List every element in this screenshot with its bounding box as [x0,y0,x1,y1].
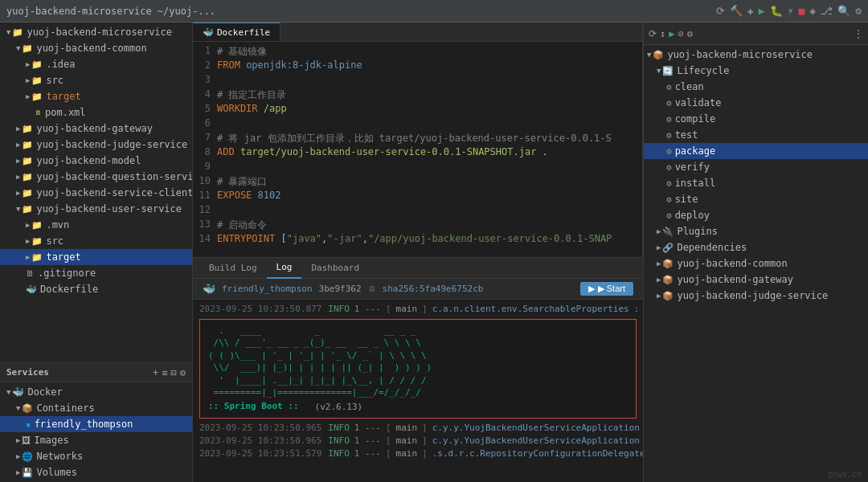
maven-label: install [675,178,716,189]
folder-icon: 📁 [22,140,33,150]
maven-item-judge[interactable]: ▶ 📦 yuoj-backend-judge-service [644,288,868,304]
maven-refresh-icon[interactable]: ⟳ [649,28,657,39]
services-filter-icon[interactable]: ⊟ [171,367,177,378]
maven-run-icon[interactable]: ▶ [669,28,674,39]
maven-skip-tests-icon[interactable]: ⊘ [678,28,683,39]
tree-label: target [46,251,80,263]
goal-icon: ⚙ [666,82,672,92]
maven-item-install[interactable]: ⚙ install [644,175,868,191]
chevron-icon: ▶ [26,92,30,100]
maven-label: Lifecycle [677,65,729,76]
services-item-images[interactable]: ▶ 🖼 Images [0,432,192,448]
tree-item-model[interactable]: ▶ 📁 yuoj-backend-model [0,153,192,169]
maven-item-verify[interactable]: ⚙ verify [644,159,868,175]
tree-item-dockerfile[interactable]: 🐳 Dockerfile [0,281,192,297]
tab-dockerfile[interactable]: 🐳 Dockerfile [193,22,280,41]
code-line: 10 # 暴露端口 [193,175,642,190]
maven-item-plugins[interactable]: ▶ 🔌 Plugins [644,223,868,239]
chevron-icon: ▶ [16,452,20,460]
services-collapse-icon[interactable]: ≡ [162,367,167,378]
debug-icon[interactable]: 🐛 [770,5,783,17]
lifecycle-icon: 🔄 [662,66,674,76]
right-panel: 🐳 Dockerfile 1 # 基础镜像 2 FROM openjdk:8-j… [193,22,868,482]
goal-icon: ⚙ [666,210,672,221]
maven-settings-icon[interactable]: ⚙ [687,28,693,39]
tree-item-src2[interactable]: ▶ 📁 src [0,233,192,249]
maven-item-test[interactable]: ⚙ test [644,127,868,143]
start-button[interactable]: ▶ ▶ Start [580,282,633,296]
log-line: 2023-09-25 10:23:50.965 INFO 1 --- [ mai… [193,435,643,447]
tree-item-src[interactable]: ▶ 📁 src [0,72,192,88]
tree-item-service-client[interactable]: ▶ 📁 yuoj-backend-service-client [0,185,192,201]
tree-label: src [46,75,63,86]
folder-icon: 📁 [22,43,33,54]
maven-label: Plugins [677,226,718,237]
maven-item-lifecycle[interactable]: ▼ 🔄 Lifecycle [644,63,868,79]
maven-item-clean[interactable]: ⚙ clean [644,79,868,95]
chevron-icon: ▼ [657,67,661,75]
services-item-friendly-thompson[interactable]: ▪ friendly_thompson [0,416,192,432]
dockerfile-tab-icon: 🐳 [203,27,214,38]
container-icon: ▪ [26,419,31,430]
tab-log[interactable]: Log [267,258,302,279]
run-icon[interactable]: ▶ [759,5,765,17]
docker-info-bar: 🐳 friendly_thompson 3be9f362 🗎 sha256:5f… [193,279,643,300]
tree-item-target[interactable]: ▶ 📁 target [0,88,192,104]
module-icon: 📦 [662,259,674,269]
run-with-coverage-icon[interactable]: ⚡ [788,5,794,17]
sync-icon[interactable]: ⟳ [716,5,725,17]
services-item-volumes[interactable]: ▶ 💾 Volumes [0,464,192,480]
editor-content[interactable]: 1 # 基础镜像 2 FROM openjdk:8-jdk-alpine 3 4… [193,42,642,257]
maven-item-deploy[interactable]: ⚙ deploy [644,207,868,223]
tree-item-common[interactable]: ▼ 📁 yuoj-backend-common [0,40,192,56]
maven-more-icon[interactable]: ⋮ [854,28,863,39]
maven-item-root[interactable]: ▼ 📦 yuoj-backend-microservice [644,47,868,63]
tree-item-gitignore[interactable]: 🗎 .gitignore [0,265,192,281]
settings-icon[interactable]: ⚙ [855,5,862,17]
tab-label: Dockerfile [217,27,270,38]
tree-item-question[interactable]: ▶ 📁 yuoj-backend-question-service [0,169,192,185]
services-item-docker[interactable]: ▼ 🐳 Docker [0,384,192,400]
build-icon[interactable]: 🔨 [730,5,743,17]
code-line: 1 # 基础镜像 [193,45,642,59]
code-line: 3 [193,74,642,88]
folder-icon: 📁 [31,76,43,86]
maven-panel: ⟳ ↕ ▶ ⊘ ⚙ ⋮ ▼ 📦 yuoj-backend-microservic… [643,22,868,482]
stop-icon[interactable]: ■ [799,5,805,17]
maven-item-site[interactable]: ⚙ site [644,191,868,207]
tab-dashboard[interactable]: Dashboard [301,258,369,279]
maven-item-compile[interactable]: ⚙ compile [644,111,868,127]
maven-item-package[interactable]: ⚙ package [644,143,868,159]
tree-item-user-service[interactable]: ▼ 📁 yuoj-backend-user-service [0,201,192,217]
maven-item-dependencies[interactable]: ▶ 🔗 Dependencies [644,239,868,255]
services-item-containers[interactable]: ▼ 📦 Containers [0,400,192,416]
add-config-icon[interactable]: ✚ [747,5,754,17]
tree-item-judge[interactable]: ▶ 📁 yuoj-backend-judge-service [0,137,192,153]
maven-item-gateway[interactable]: ▶ 📦 yuoj-backend-gateway [644,272,868,288]
services-settings-icon[interactable]: ⚙ [180,367,186,378]
log-area[interactable]: 2023-09-25 10:23:50.877 INFO 1 --- [ mai… [193,300,643,482]
search-everywhere-icon[interactable]: 🔍 [837,5,850,17]
maven-label: site [675,194,698,205]
module-icon: 📦 [662,291,674,301]
services-item-networks[interactable]: ▶ 🌐 Networks [0,448,192,464]
tab-build-log[interactable]: Build Log [199,258,267,279]
code-line: 6 [193,117,642,132]
tree-item-pom[interactable]: 🗎 pom.xml [0,104,192,120]
git-icon[interactable]: ⎇ [821,5,833,17]
tree-label: src [46,235,63,247]
code-line: 4 # 指定工作目录 [193,88,642,103]
profile-icon[interactable]: ◈ [809,5,816,17]
spring-boot-ascii-box: . ____ _ __ _ _ /\\ / ___'_ __ _ _(_)_ _… [199,319,637,419]
services-add-icon[interactable]: + [153,367,158,378]
left-panel: ▼ 📁 yuoj-backend-microservice ▼ 📁 yuoj-b… [0,22,193,482]
tree-item-gateway[interactable]: ▶ 📁 yuoj-backend-gateway [0,120,192,137]
tree-item-root[interactable]: ▼ 📁 yuoj-backend-microservice [0,24,192,40]
maven-collapse-icon[interactable]: ↕ [660,28,665,39]
tree-item-idea[interactable]: ▶ 📁 .idea [0,56,192,72]
maven-item-common[interactable]: ▶ 📦 yuoj-backend-common [644,255,868,272]
tree-item-target2[interactable]: ▶ 📁 target [0,249,192,265]
maven-item-validate[interactable]: ⚙ validate [644,95,868,111]
chevron-icon: ▶ [657,227,661,235]
tree-item-mvn[interactable]: ▶ 📁 .mvn [0,217,192,233]
